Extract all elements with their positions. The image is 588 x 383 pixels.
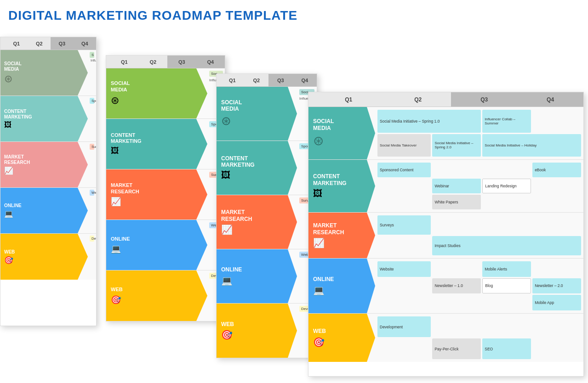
card1-online-task1: Web...	[90, 190, 94, 196]
card2-q2: Q2	[139, 56, 168, 68]
card1-mr-label: MARKETRESEARCH	[4, 154, 30, 165]
card4-market-chevron: MARKETRESEARCH 📈	[308, 213, 375, 258]
sm-task-holiday: Social Media Initiative – Holiday	[482, 134, 581, 157]
card1-sm-task1: Social Media Initiative – Spring 1.0	[90, 52, 94, 58]
card1-online-chevron: ONLINE 💻	[0, 188, 88, 233]
online-task-alerts: Mobile Alerts	[482, 261, 531, 277]
card2-social-label: SOCIALMEDIA	[111, 80, 130, 92]
card1-online-label: ONLINE	[4, 203, 22, 208]
card3-social-chevron: SOCIALMEDIA ⊛	[217, 87, 297, 141]
card2-online-chevron: ONLINE 💻	[106, 220, 207, 270]
card2-content-label: CONTENTMARKETING	[111, 132, 142, 144]
card4-target-icon: 🎯	[313, 337, 325, 348]
card3-q3: Q3	[268, 74, 293, 86]
online-task-newsletter1: Newsletter – 1.0	[432, 278, 481, 294]
card4-web-label: WEB	[313, 328, 326, 334]
card1-social-media-chevron: SOCIALMEDIA ⊛	[0, 50, 88, 96]
card4-network-icon: ⊛	[313, 133, 324, 148]
card1-cm-task1: Spon...	[90, 98, 94, 104]
sm-task-spring2: Social Media Initiative – Spring 2.0	[432, 134, 481, 157]
card4-mr-label: MARKETRESEARCH	[313, 222, 344, 236]
card3-social-label: SOCIALMEDIA	[221, 99, 242, 113]
card1-web-label: WEB	[4, 249, 15, 255]
cm-task-whitepapers: White Papers	[432, 195, 481, 209]
card1-market-research-chevron: MARKETRESEARCH 📈	[0, 142, 88, 187]
card4-laptop-icon: 💻	[313, 285, 325, 296]
card2-target-icon: 🎯	[111, 295, 121, 305]
card1-social-label: SOCIALMEDIA	[4, 61, 22, 72]
card2-content-chevron: CONTENTMARKETING 🖼	[106, 119, 207, 169]
card4-q1: Q1	[312, 92, 385, 107]
online-task-website: Website	[377, 261, 431, 277]
card1-web-chevron: WEB 🎯	[0, 234, 88, 280]
card2-q4: Q4	[196, 56, 225, 68]
network-icon: ⊛	[4, 73, 12, 85]
card3-web-label: WEB	[221, 321, 234, 327]
card1-mr-task1: Surve...	[90, 144, 94, 150]
card4-social-chevron: SOCIALMEDIA ⊛	[308, 107, 375, 159]
image-icon: 🖼	[4, 121, 11, 129]
card2-mr-label: MARKETRESEARCH	[111, 182, 139, 194]
card4-web-chevron: WEB 🎯	[308, 314, 375, 362]
sm-task-influencer: Influencer Collab – Summer	[482, 110, 531, 133]
card1-web-task1: Deve...	[90, 236, 94, 242]
cm-task-ebook: eBook	[532, 163, 581, 177]
card2-market-chevron: MARKETRESEARCH 📈	[106, 169, 207, 220]
card3-q2: Q2	[245, 74, 269, 86]
card2-q1: Q1	[110, 56, 139, 68]
card2-web-label: WEB	[111, 287, 123, 293]
card4-q2: Q2	[385, 92, 451, 107]
web-task-development: Development	[377, 316, 431, 337]
target-icon: 🎯	[4, 256, 13, 265]
card-layer-2: Q1 Q2 Q3 Q4 SOCIALMEDIA ⊛ Social Media I…	[106, 55, 225, 321]
card3-chart-icon: 📈	[221, 224, 233, 235]
card-layer-1: Q1 Q2 Q3 Q4 SOCIALMEDIA ⊛ Social Media I…	[0, 37, 97, 326]
card3-content-chevron: CONTENTMARKETING 🖼	[217, 141, 297, 195]
web-task-seo: SEO	[482, 338, 531, 359]
card3-target-icon: 🎯	[221, 329, 233, 340]
card-layer-3: Q1 Q2 Q3 Q4 SOCIALMEDIA ⊛ Social Media I…	[216, 73, 317, 358]
card4-content-chevron: CONTENTMARKETING 🖼	[308, 160, 375, 212]
cm-task-sponsored: Sponsored Content	[377, 163, 431, 177]
card1-q4: Q4	[74, 37, 97, 50]
online-task-mobileapp: Mobile App	[532, 295, 581, 310]
cm-task-landing: Landing Redesign	[482, 179, 531, 193]
laptop-icon: 💻	[4, 209, 13, 218]
sm-task-spring1: Social Media Initiative – Spring 1.0	[377, 110, 481, 133]
card1-q1: Q1	[5, 37, 28, 50]
card2-web-chevron: WEB 🎯	[106, 270, 207, 321]
card2-image-icon: 🖼	[111, 146, 119, 156]
cm-task-webinar: Webinar	[432, 179, 481, 193]
online-task-blog: Blog	[482, 278, 531, 294]
card2-network-icon: ⊛	[111, 95, 119, 107]
card4-image-icon: 🖼	[313, 188, 322, 199]
card4-content-label: CONTENTMARKETING	[313, 173, 347, 186]
card1-q3: Q3	[51, 37, 74, 50]
card4-online-chevron: ONLINE 💻	[308, 259, 375, 313]
web-task-ppc: Pay-Per-Click	[432, 338, 481, 359]
mr-task-impact: Impact Studies	[432, 236, 581, 255]
card3-image-icon: 🖼	[221, 170, 230, 180]
card2-q3: Q3	[167, 56, 196, 68]
card3-network-icon: ⊛	[221, 114, 231, 128]
card1-sm-task2: Influencer...	[90, 59, 94, 62]
card4-chart-icon: 📈	[313, 237, 325, 248]
online-task-newsletter2: Newsletter – 2.0	[532, 278, 581, 294]
card-layer-4: Q1 Q2 Q3 Q4 SOCIALMEDIA ⊛ Social Media I…	[308, 92, 584, 377]
card3-market-chevron: MARKETRESEARCH 📈	[217, 195, 297, 249]
sm-task-takeover: Social Media Takeover	[377, 134, 431, 157]
card4-q3: Q3	[451, 92, 517, 107]
card2-social-chevron: SOCIALMEDIA ⊛	[106, 68, 207, 118]
card4-q4: Q4	[517, 92, 583, 107]
card3-content-label: CONTENTMARKETING	[221, 155, 255, 169]
card1-q2: Q2	[28, 37, 51, 50]
card3-online-label: ONLINE	[221, 266, 242, 273]
mr-task-surveys: Surveys	[377, 215, 431, 235]
card3-online-chevron: ONLINE 💻	[217, 249, 297, 303]
card4-social-label: SOCIALMEDIA	[313, 118, 334, 131]
card2-laptop-icon: 💻	[111, 244, 121, 254]
card4-online-label: ONLINE	[313, 276, 334, 282]
card2-chart-icon: 📈	[111, 197, 121, 207]
card3-q1: Q1	[220, 74, 245, 86]
card3-q4: Q4	[293, 74, 317, 86]
